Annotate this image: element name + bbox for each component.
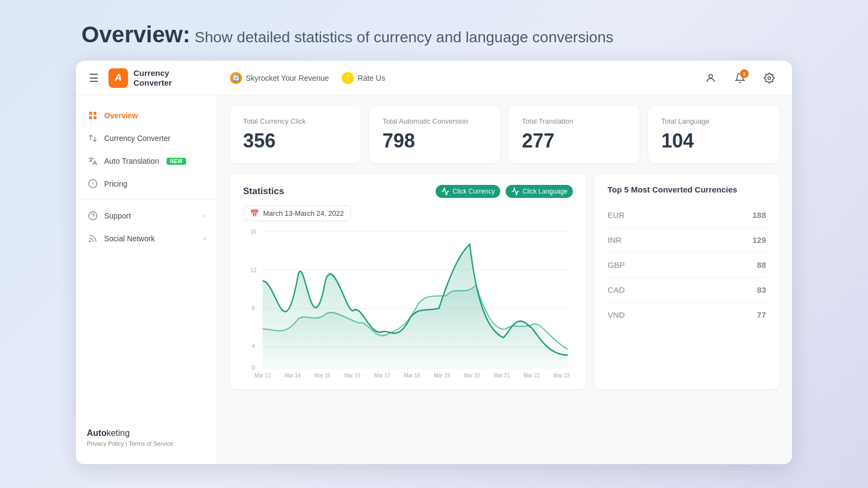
user-button[interactable] [701,68,720,88]
date-range-selector[interactable]: 📅 March 13-March 24, 2022 [243,206,351,221]
svg-text:Mar 19: Mar 19 [434,372,450,378]
page-header: Overview:Show detailed statistics of cur… [76,22,792,48]
nav-actions: 1 [701,68,779,88]
svg-text:Mar 15: Mar 15 [315,372,331,378]
svg-rect-3 [94,112,97,114]
logo-text: Currency Converter [133,68,172,88]
nav-link-revenue[interactable]: 🔄 Skyrocket Your Revenue [230,72,329,84]
pricing-icon [87,178,99,190]
chart-container: 16 12 8 4 0 [243,227,573,378]
social-network-arrow-icon: › [203,235,206,242]
settings-button[interactable] [760,68,779,88]
logo-mark: A [108,68,128,88]
sidebar-footer: Autoketing Privacy Policy | Terms of Ser… [76,420,216,455]
sidebar-divider [76,200,216,200]
svg-text:Mar 22: Mar 22 [524,372,540,378]
svg-rect-4 [89,117,92,119]
stat-value-3: 104 [661,130,766,152]
svg-rect-5 [94,117,97,119]
currency-row-inr: INR 129 [608,228,766,253]
page-title: Overview: [81,22,190,47]
brand-name: Autoketing [87,428,206,438]
support-icon [87,210,99,222]
sidebar-item-currency-converter[interactable]: Currency Converter [76,127,216,150]
sidebar: Overview Currency Converter [76,95,217,464]
stats-row: Total Currency Click 356 Total Automatic… [230,106,779,163]
chart-legend: Click Currency Click Language [436,185,573,198]
chart-svg: 16 12 8 4 0 [243,227,573,378]
new-badge: NEW [167,158,186,165]
top-nav: ☰ A Currency Converter 🔄 Skyrocket Your … [76,61,792,95]
chart-header: Statistics Click Currency [243,185,573,198]
hamburger-menu[interactable]: ☰ [89,72,99,85]
currency-code-eur: EUR [608,210,625,220]
stat-card-language: Total Language 104 [648,106,779,163]
currency-code-vnd: VND [608,310,625,319]
legend-click-currency: Click Currency [436,185,500,198]
svg-text:Mar 20: Mar 20 [464,372,480,378]
legend-click-language: Click Language [506,185,573,198]
currency-code-inr: INR [608,235,622,245]
page-subtitle: Show detailed statistics of currency and… [195,29,614,46]
svg-text:16: 16 [250,228,257,235]
svg-point-1 [768,76,771,79]
content-area: Total Currency Click 356 Total Automatic… [217,95,792,464]
svg-point-8 [90,241,91,242]
sidebar-item-auto-translation[interactable]: Auto Translation NEW [76,150,216,172]
currency-count-gbp: 88 [757,260,766,269]
nav-logo-area: ☰ A Currency Converter [89,68,230,88]
svg-text:0: 0 [252,364,255,371]
social-network-icon [87,233,99,245]
notification-badge: 1 [740,69,749,78]
svg-text:Mar 13: Mar 13 [254,372,271,378]
sidebar-item-pricing[interactable]: Pricing [76,172,216,195]
stat-label-3: Total Language [661,117,766,125]
currency-row-eur: EUR 188 [608,203,766,228]
svg-text:Mar 18: Mar 18 [404,372,420,378]
stat-label-2: Total Translation [522,117,627,125]
top-currencies-title: Top 5 Most Converted Currencies [608,185,766,194]
currency-row-vnd: VND 77 [608,303,766,327]
stat-value-2: 277 [522,130,627,152]
stat-label-1: Total Automatic Conversion [382,117,487,125]
stat-card-currency-click: Total Currency Click 356 [230,106,361,163]
currency-code-cad: CAD [608,285,625,294]
stat-value-1: 798 [382,130,487,152]
chart-title: Statistics [243,186,284,197]
nav-links: 🔄 Skyrocket Your Revenue ⭐ Rate Us [230,72,701,84]
support-arrow-icon: › [203,212,206,220]
sidebar-item-support[interactable]: Support › [76,204,216,227]
currency-converter-icon [87,132,99,144]
svg-text:Mar 21: Mar 21 [494,372,510,378]
svg-text:Mar 17: Mar 17 [374,372,391,378]
sidebar-item-social-network[interactable]: Social Network › [76,227,216,250]
privacy-policy-link[interactable]: Privacy Policy [87,440,124,447]
auto-translation-icon [87,155,99,167]
currency-count-cad: 83 [757,285,766,294]
notification-button[interactable]: 1 [730,68,750,88]
currency-count-vnd: 77 [757,310,766,319]
revenue-icon: 🔄 [230,72,242,84]
footer-links: Privacy Policy | Terms of Service [87,440,206,447]
main-layout: Overview Currency Converter [76,95,792,464]
nav-link-rate[interactable]: ⭐ Rate Us [342,72,385,84]
svg-text:Mar 23: Mar 23 [553,372,570,378]
currency-count-eur: 188 [752,210,766,220]
svg-text:8: 8 [252,304,255,311]
currency-count-inr: 129 [752,235,766,245]
statistics-chart-card: Statistics Click Currency [230,174,586,389]
svg-text:Mar 14: Mar 14 [284,372,301,378]
stat-card-translation: Total Translation 277 [509,106,640,163]
svg-text:12: 12 [250,266,257,273]
stat-label-0: Total Currency Click [243,117,348,125]
terms-link[interactable]: Terms of Service [129,440,173,447]
currency-code-gbp: GBP [608,260,625,269]
overview-icon [87,110,99,121]
sidebar-item-overview[interactable]: Overview [76,104,216,127]
svg-point-0 [709,74,713,78]
rate-icon: ⭐ [342,72,354,84]
calendar-icon: 📅 [250,209,259,217]
currency-row-cad: CAD 83 [608,278,766,303]
currency-row-gbp: GBP 88 [608,253,766,278]
stat-value-0: 356 [243,130,348,152]
